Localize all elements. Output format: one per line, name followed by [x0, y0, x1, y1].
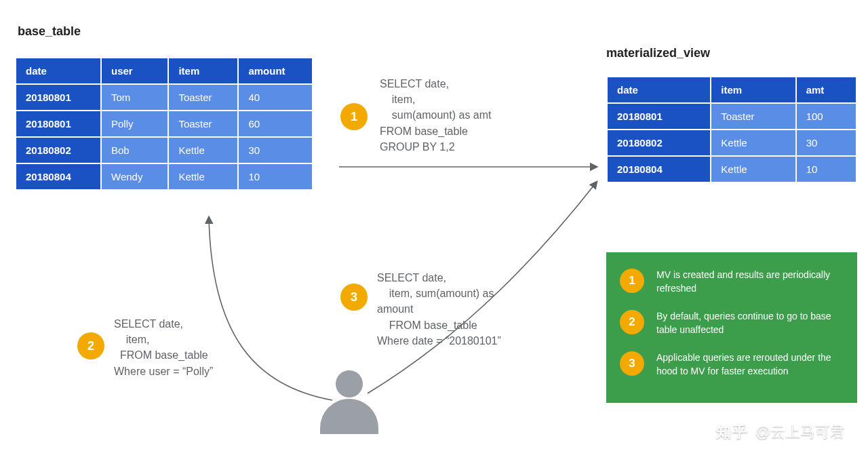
table-cell: Kettle [711, 130, 795, 155]
table-row: 20180802BobKettle30 [16, 138, 312, 163]
base-table: dateuseritemamount 20180801TomToaster402… [15, 57, 313, 191]
table-cell: 20180804 [16, 164, 100, 189]
table-cell: Tom [102, 85, 167, 110]
table-cell: 60 [239, 111, 312, 136]
table-cell: 20180801 [608, 104, 710, 129]
table-cell: Toaster [169, 85, 237, 110]
table-cell: Toaster [169, 111, 237, 136]
table-cell: 20180802 [16, 138, 100, 163]
table-row: 20180804Kettle10 [608, 157, 856, 182]
table-cell: 10 [239, 164, 312, 189]
legend-panel: 1MV is created and results are periodica… [606, 252, 857, 403]
table-cell: Kettle [169, 164, 237, 189]
user-icon [320, 370, 378, 433]
table-cell: Toaster [711, 104, 795, 129]
table-row: 20180804WendyKettle10 [16, 164, 312, 189]
table-cell: 100 [797, 104, 856, 129]
table-row: 20180801PollyToaster60 [16, 111, 312, 136]
table-cell: 20180801 [16, 85, 100, 110]
step-badge-3: 3 [340, 284, 368, 311]
table-cell: Bob [102, 138, 167, 163]
table-cell: 10 [797, 157, 856, 182]
materialized-view-title: materialized_view [606, 46, 710, 60]
legend-item: 1MV is created and results are periodica… [620, 269, 844, 295]
materialized-view-table: dateitemamt 20180801Toaster10020180802Ke… [606, 76, 857, 183]
table-cell: 20180802 [608, 130, 710, 155]
legend-badge: 1 [620, 269, 644, 293]
table-cell: 30 [797, 130, 856, 155]
table-header: date [16, 58, 100, 83]
legend-item: 3Applicable queries are rerouted under t… [620, 351, 844, 378]
legend-text: Applicable queries are rerouted under th… [656, 351, 844, 378]
step-badge-2: 2 [77, 332, 104, 359]
table-cell: 20180801 [16, 111, 100, 136]
table-row: 20180802Kettle30 [608, 130, 856, 155]
table-cell: 30 [239, 138, 312, 163]
table-header: item [169, 58, 237, 83]
table-header: amount [239, 58, 312, 83]
sql-query-3: SELECT date, item, sum(amount) as amount… [377, 270, 501, 349]
legend-item: 2By default, queries continue to go to b… [620, 310, 844, 336]
sql-query-2: SELECT date, item, FROM base_table Where… [114, 316, 213, 379]
watermark-author: @云上马可君 [755, 422, 845, 442]
table-cell: 20180804 [608, 157, 710, 182]
table-cell: Polly [102, 111, 167, 136]
base-table-title: base_table [18, 24, 81, 39]
table-header: user [102, 58, 167, 83]
sql-query-1: SELECT date, item, sum(amount) as amt FR… [380, 76, 492, 155]
table-cell: 40 [239, 85, 312, 110]
table-header: item [711, 77, 795, 102]
legend-badge: 2 [620, 310, 644, 334]
table-cell: Kettle [711, 157, 795, 182]
table-header: amt [797, 77, 856, 102]
watermark: 知乎 @云上马可君 [716, 422, 845, 442]
step-badge-1: 1 [340, 103, 368, 130]
table-cell: Kettle [169, 138, 237, 163]
table-header: date [608, 77, 710, 102]
legend-badge: 3 [620, 351, 644, 376]
legend-text: MV is created and results are periodical… [656, 269, 844, 295]
legend-text: By default, queries continue to go to ba… [656, 310, 844, 336]
table-cell: Wendy [102, 164, 167, 189]
table-row: 20180801Toaster100 [608, 104, 856, 129]
table-row: 20180801TomToaster40 [16, 85, 312, 110]
watermark-site: 知乎 [716, 422, 749, 442]
